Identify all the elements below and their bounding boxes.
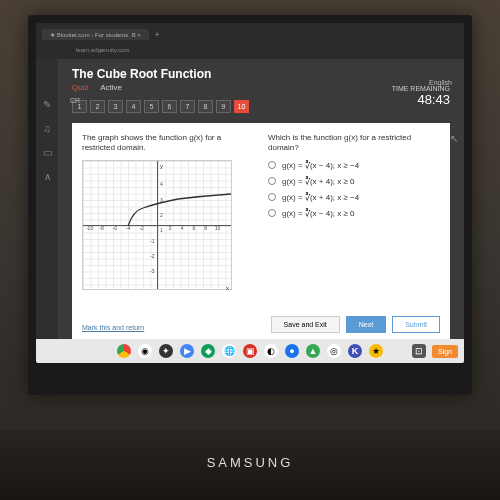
- tickx-10: 10: [215, 225, 221, 231]
- app-icon-10[interactable]: ◎: [327, 344, 341, 358]
- tickx-8: 8: [204, 225, 207, 231]
- url-bar[interactable]: learn.edgenuity.com: [36, 45, 464, 59]
- qnav-10[interactable]: 10: [234, 100, 249, 113]
- option-c[interactable]: g(x) = ∛(x + 4); x ≥ −4: [268, 193, 440, 202]
- lesson-title: The Cube Root Function: [72, 67, 450, 81]
- qnav-8[interactable]: 8: [198, 100, 213, 113]
- question-left-text: The graph shows the function g(x) for a …: [82, 133, 254, 154]
- app-icon-7[interactable]: ◐: [264, 344, 278, 358]
- option-d-label: g(x) = ∛(x − 4); x ≥ 0: [282, 209, 355, 218]
- tick-n2: -2: [150, 253, 154, 259]
- cr-label: CR: [70, 97, 80, 104]
- tick-1: 1: [160, 227, 163, 233]
- app-icon-9[interactable]: ▲: [306, 344, 320, 358]
- tickx-4: 4: [181, 225, 184, 231]
- tab-title: Blooket.com - For students. B: [57, 32, 136, 38]
- app-icon-3[interactable]: ▶: [180, 344, 194, 358]
- timer-value: 48:43: [392, 92, 450, 107]
- new-tab-button[interactable]: +: [155, 31, 159, 38]
- tickx-2: 2: [169, 225, 172, 231]
- lesson-mode: Quiz: [72, 83, 88, 92]
- browser-tab-bar: ★ Blooket.com - For students. B × +: [36, 23, 464, 45]
- url-text: learn.edgenuity.com: [76, 47, 130, 53]
- timer: TIME REMAINING 48:43: [392, 85, 450, 107]
- timer-label: TIME REMAINING: [392, 85, 450, 92]
- book-icon[interactable]: ▭: [41, 147, 53, 159]
- question-panel: ↖ The graph shows the function g(x) for …: [72, 123, 450, 341]
- qnav-5[interactable]: 5: [144, 100, 159, 113]
- graph: y x 1 2 3 4 -1 -2 -3 2 4 6 8 10 -10 -8 -…: [82, 160, 232, 290]
- tickx-n2: -2: [139, 225, 143, 231]
- app-icon-8[interactable]: ●: [285, 344, 299, 358]
- mark-return-link[interactable]: Mark this and return: [82, 324, 144, 331]
- qnav-6[interactable]: 6: [162, 100, 177, 113]
- tick-2: 2: [160, 212, 163, 218]
- app-icon-1[interactable]: ◉: [138, 344, 152, 358]
- tickx-n10: -10: [86, 225, 93, 231]
- qnav-3[interactable]: 3: [108, 100, 123, 113]
- question-right-text: Which is the function g(x) for a restric…: [268, 133, 440, 154]
- x-axis-label: x: [226, 285, 229, 291]
- option-b-label: g(x) = ∛(x + 4); x ≥ 0: [282, 177, 355, 186]
- y-axis: [157, 161, 158, 289]
- qnav-2[interactable]: 2: [90, 100, 105, 113]
- option-b[interactable]: g(x) = ∛(x + 4); x ≥ 0: [268, 177, 440, 186]
- option-d[interactable]: g(x) = ∛(x − 4); x ≥ 0: [268, 209, 440, 218]
- lesson-status: Active: [100, 83, 122, 92]
- laptop-brand: SAMSUNG: [207, 455, 294, 470]
- tickx-6: 6: [193, 225, 196, 231]
- collapse-icon[interactable]: ∧: [41, 171, 53, 183]
- headphones-icon[interactable]: ♫: [41, 123, 53, 135]
- chrome-icon[interactable]: [117, 344, 131, 358]
- submit-button[interactable]: Submit: [392, 316, 440, 333]
- qnav-9[interactable]: 9: [216, 100, 231, 113]
- radio-icon: [268, 209, 276, 217]
- app-icon-6[interactable]: ▣: [243, 344, 257, 358]
- app-icon-5[interactable]: 🌐: [222, 344, 236, 358]
- option-a-label: g(x) = ∛(x − 4); x ≥ −4: [282, 161, 359, 170]
- tickx-n6: -6: [113, 225, 117, 231]
- radio-icon: [268, 177, 276, 185]
- qnav-7[interactable]: 7: [180, 100, 195, 113]
- tool-rail: ✎ ♫ ▭ ∧: [36, 59, 58, 363]
- tickx-n4: -4: [126, 225, 130, 231]
- app-icon-2[interactable]: ✦: [159, 344, 173, 358]
- tray-icon[interactable]: ⊡: [412, 344, 426, 358]
- save-exit-button[interactable]: Save and Exit: [271, 316, 340, 333]
- y-axis-label: y: [160, 163, 163, 169]
- pencil-icon[interactable]: ✎: [41, 99, 53, 111]
- app-icon-4[interactable]: ◆: [201, 344, 215, 358]
- browser-tab[interactable]: ★ Blooket.com - For students. B ×: [42, 29, 149, 40]
- answer-options: g(x) = ∛(x − 4); x ≥ −4 g(x) = ∛(x + 4);…: [268, 161, 440, 218]
- qnav-4[interactable]: 4: [126, 100, 141, 113]
- cursor-icon: ↖: [450, 133, 458, 144]
- app-icon-k[interactable]: K: [348, 344, 362, 358]
- option-c-label: g(x) = ∛(x + 4); x ≥ −4: [282, 193, 359, 202]
- radio-icon: [268, 161, 276, 169]
- radio-icon: [268, 193, 276, 201]
- app-icon-11[interactable]: ★: [369, 344, 383, 358]
- taskbar: ◉ ✦ ▶ ◆ 🌐 ▣ ◐ ● ▲ ◎ K ★ ⊡ Sign: [36, 339, 464, 363]
- sign-button[interactable]: Sign: [432, 345, 458, 358]
- tickx-n8: -8: [99, 225, 103, 231]
- tick-n1: -1: [150, 238, 154, 244]
- next-button[interactable]: Next: [346, 316, 386, 333]
- tick-n3: -3: [150, 268, 154, 274]
- option-a[interactable]: g(x) = ∛(x − 4); x ≥ −4: [268, 161, 440, 170]
- tick-3: 3: [160, 197, 163, 203]
- tick-4: 4: [160, 181, 163, 187]
